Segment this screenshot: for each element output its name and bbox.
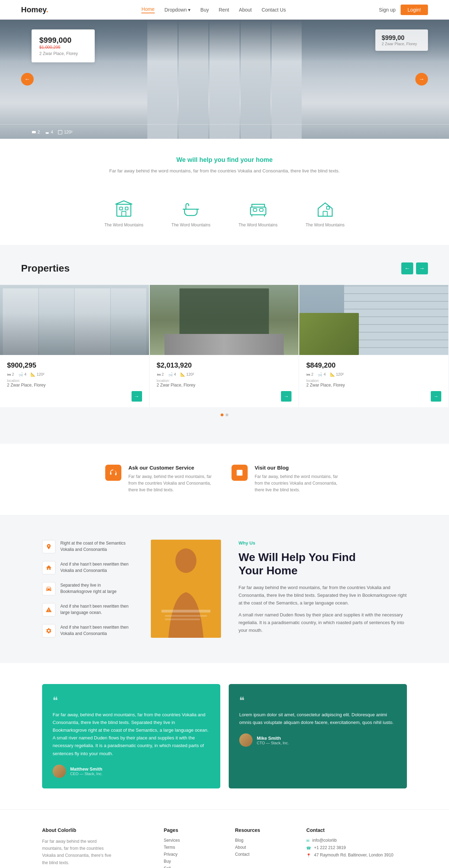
- svg-rect-2: [120, 207, 122, 210]
- svg-point-11: [175, 548, 196, 573]
- svg-rect-4: [122, 211, 126, 216]
- author-name-2: Mike Smith: [257, 736, 289, 741]
- why-item-3: Separated they live in Bookmarksgrove ri…: [42, 582, 133, 595]
- svg-rect-3: [125, 207, 128, 210]
- why-image: [151, 540, 221, 638]
- map-pin-icon: 📍: [306, 853, 311, 858]
- author-role-1: CEO — Stack, Inc.: [70, 772, 102, 776]
- email-icon: ✉: [306, 839, 309, 843]
- feature-item-1: The Word Mountains: [105, 199, 143, 227]
- property-body-1: $900,295 🛏 2 🛁 4 📐 120² location: 2 Zwar…: [0, 355, 149, 407]
- login-button[interactable]: Login!: [401, 5, 428, 15]
- blog-icon: [236, 469, 243, 477]
- nav-home[interactable]: Home: [141, 6, 154, 13]
- quote-icon-1: ❝: [53, 695, 210, 706]
- why-icon-3: [42, 582, 55, 595]
- footer-contact-link[interactable]: Contact: [235, 852, 285, 857]
- hero-right-price: $999,00: [382, 34, 422, 42]
- property-image-1: [0, 285, 149, 355]
- footer-about-heading: About Colorlib: [42, 827, 143, 833]
- properties-grid: $900,295 🛏 2 🛁 4 📐 120² location: 2 Zwar…: [0, 285, 449, 407]
- footer-sell-link[interactable]: Sell: [164, 866, 214, 868]
- footer-buy-link[interactable]: Buy: [164, 859, 214, 864]
- author-role-2: CTO — Stack, Inc.: [257, 741, 289, 745]
- svg-rect-12: [161, 610, 210, 613]
- properties-prev-button[interactable]: ←: [401, 262, 413, 274]
- property-body-2: $2,013,920 🛏 2 🛁 4 📐 120² location: 2 Zw…: [150, 355, 299, 407]
- sign-up-link[interactable]: Sign up: [379, 7, 395, 13]
- logo[interactable]: Homey.: [21, 5, 48, 14]
- hero-prev-button[interactable]: ←: [21, 73, 34, 86]
- hero-next-button[interactable]: →: [415, 73, 428, 86]
- author-info-1: Matthew Smith CEO — Stack, Inc.: [70, 766, 102, 776]
- footer-address: 📍 47 Raymouth Rd. Baltinover, London 391…: [306, 853, 407, 858]
- hero-section: $999,000 $1,000,295 2 Zwar Place, Florey…: [0, 20, 449, 139]
- hero-price: $999,000: [39, 36, 87, 45]
- svg-rect-0: [58, 130, 62, 134]
- svg-rect-1: [117, 204, 131, 216]
- svg-rect-6: [253, 209, 257, 211]
- property-footer-2: →: [157, 391, 292, 402]
- svg-rect-9: [327, 206, 329, 209]
- why-paragraph-2: A small river named Duden flows by their…: [239, 611, 407, 634]
- warning-icon: [46, 607, 52, 613]
- testimonial-card-2: ❝ Lorem ipsum dolor sit amet, consectetu…: [229, 684, 407, 788]
- footer-pages-heading: Pages: [164, 827, 214, 833]
- footer-about-col: About Colorlib Far far away behind the w…: [42, 827, 143, 868]
- nav-buy[interactable]: Buy: [200, 7, 209, 13]
- cta-blog-desc: Far far away, behind the word mountains,…: [255, 473, 344, 494]
- carousel-dots: [0, 407, 449, 423]
- phone-icon: ☎: [306, 846, 311, 850]
- properties-next-button[interactable]: →: [416, 262, 428, 274]
- svg-rect-7: [260, 209, 263, 211]
- footer-pages-col: Pages Services Terms Privacy Buy Sell: [164, 827, 214, 868]
- hero-old-price: $1,000,295: [39, 45, 87, 50]
- why-content: Why Us We Will Help You FindYour Home Fa…: [239, 539, 407, 638]
- cta-card-left: Ask our Customer Service Far far away, b…: [105, 465, 217, 494]
- property-arrow-button-3[interactable]: →: [431, 391, 441, 402]
- nav-rent[interactable]: Rent: [219, 7, 229, 13]
- footer-about-link[interactable]: About: [235, 845, 285, 850]
- why-text-4: And if she hasn't been rewritten then la…: [60, 603, 133, 616]
- headset-icon: [109, 469, 117, 477]
- property-stats-2: 🛏 2 🛁 4 📐 120²: [157, 372, 292, 377]
- dot-active[interactable]: [221, 414, 223, 416]
- footer-phone: ☎ +1 222 212 3819: [306, 845, 407, 850]
- dot-inactive[interactable]: [226, 414, 228, 416]
- why-item-4: And if she hasn't been rewritten then la…: [42, 603, 133, 616]
- properties-title: Properties: [21, 263, 70, 274]
- cta-card-right: Visit our Blog Far far away, behind the …: [232, 465, 344, 494]
- footer-terms-link[interactable]: Terms: [164, 845, 214, 850]
- property-arrow-button-1[interactable]: →: [132, 391, 142, 402]
- footer-services-link[interactable]: Services: [164, 838, 214, 843]
- why-icon-2: [42, 561, 55, 574]
- footer-main: About Colorlib Far far away behind the w…: [0, 810, 449, 868]
- why-text-1: Right at the coast of the Semantics Voka…: [60, 540, 133, 553]
- main-nav: Homey. Home Dropdown ▾ Buy Rent About Co…: [0, 0, 449, 20]
- cta-customer-icon-wrap: [105, 465, 121, 481]
- property-arrow-button-2[interactable]: →: [281, 391, 291, 402]
- building-icon: [114, 199, 134, 219]
- author-avatar-2: [239, 733, 253, 747]
- footer-blog-link[interactable]: Blog: [235, 838, 285, 843]
- why-us-section: Right at the coast of the Semantics Voka…: [0, 515, 449, 663]
- tagline-section: We will help you find your home Far far …: [0, 139, 449, 189]
- nav-contact[interactable]: Contact Us: [262, 7, 286, 13]
- location-pin-icon: [46, 544, 52, 550]
- testimonial-text-1: Far far away, behind the word mountains,…: [53, 711, 210, 758]
- footer-resources-heading: Resources: [235, 827, 285, 833]
- property-price-2: $2,013,920: [157, 361, 292, 369]
- nav-about[interactable]: About: [239, 7, 252, 13]
- property-location-2: location: 2 Zwar Place, Florey: [157, 379, 292, 388]
- footer-privacy-link[interactable]: Privacy: [164, 852, 214, 857]
- why-paragraph-1: Far far away behind the word mountains, …: [239, 584, 407, 607]
- svg-rect-14: [165, 618, 200, 620]
- nav-dropdown[interactable]: Dropdown ▾: [165, 7, 191, 13]
- author-avatar-1: [53, 765, 66, 778]
- svg-rect-13: [165, 615, 207, 617]
- property-stats-3: 🛏 2 🛁 4 📐 120²: [306, 372, 441, 377]
- property-footer-3: →: [306, 391, 441, 402]
- property-card-1: $900,295 🛏 2 🛁 4 📐 120² location: 2 Zwar…: [0, 285, 150, 407]
- why-person-photo: [151, 540, 221, 638]
- why-text-2: And if she hasn't been rewritten then Vo…: [60, 561, 133, 574]
